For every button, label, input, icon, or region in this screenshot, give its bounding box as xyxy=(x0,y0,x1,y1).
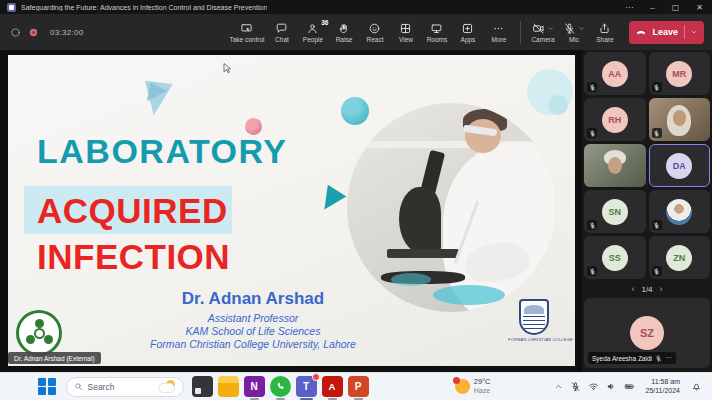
toolbar-button-label: Camera xyxy=(531,36,554,43)
mute-chip xyxy=(652,266,662,276)
share-label: Share xyxy=(596,36,613,43)
notification-bell-icon[interactable] xyxy=(691,381,702,392)
presenter-department: KAM School of Life Sciences xyxy=(63,325,443,338)
slide-title-laboratory: LABORATORY xyxy=(37,132,287,171)
mic-off-icon xyxy=(589,130,596,137)
toolbar-mic-button[interactable]: Mic xyxy=(558,15,589,49)
wifi-icon[interactable] xyxy=(588,381,599,392)
people-icon xyxy=(306,22,319,35)
leave-divider xyxy=(684,25,685,39)
toolbar-people-button[interactable]: 36People xyxy=(297,15,328,49)
mute-chip xyxy=(652,128,662,138)
window-minimize-button[interactable]: – xyxy=(650,3,654,12)
recording-indicator-icon xyxy=(28,27,39,38)
toolbar-chat-button[interactable]: Chat xyxy=(266,15,297,49)
participant-tile-rh[interactable]: RH xyxy=(584,98,646,141)
participant-tile-video-hijab[interactable] xyxy=(649,98,711,141)
weather-condition: Haze xyxy=(474,387,491,395)
page-next-icon[interactable]: › xyxy=(660,284,663,294)
participant-tile-video-elder[interactable] xyxy=(584,144,646,187)
start-button[interactable] xyxy=(38,378,56,396)
mute-chip xyxy=(587,128,597,138)
mute-chip xyxy=(652,220,662,230)
taskbar-app-teams[interactable] xyxy=(296,376,317,397)
toolbar-more-button[interactable]: More xyxy=(483,15,514,49)
phone-icon xyxy=(275,381,286,392)
clock[interactable]: 11:58 am 25/11/2024 xyxy=(645,378,680,396)
tray-mic-muted-icon[interactable] xyxy=(570,381,581,392)
toolbar-rooms-button[interactable]: Rooms xyxy=(421,15,452,49)
window-more-button[interactable]: ⋯ xyxy=(625,3,633,12)
react-smiley-icon xyxy=(368,22,381,35)
taskbar-app-onenote[interactable] xyxy=(244,376,265,397)
avatar: AA xyxy=(602,61,628,87)
taskbar-app-whatsapp[interactable] xyxy=(270,376,291,397)
toolbar-raise-button[interactable]: Raise xyxy=(328,15,359,49)
toolbar-button-label: React xyxy=(366,36,383,43)
raise-hand-icon xyxy=(337,22,350,35)
toolbar-button-label: View xyxy=(399,36,413,43)
weather-widget[interactable]: 29°C Haze xyxy=(455,378,491,395)
toolbar-button-label: Take control xyxy=(229,36,264,43)
toolbar-view-button[interactable]: View xyxy=(390,15,421,49)
toolbar-button-label: Rooms xyxy=(427,36,448,43)
chat-icon xyxy=(275,22,288,35)
toolbar-react-button[interactable]: React xyxy=(359,15,390,49)
participant-tile-photo-hijab[interactable] xyxy=(649,190,711,233)
biohazard-society-logo xyxy=(16,310,62,356)
share-button[interactable]: Share xyxy=(589,15,620,49)
toolbar-buttons: Take controlChat36PeopleRaiseReactViewRo… xyxy=(227,15,514,49)
participant-tile-sn[interactable]: SN xyxy=(584,190,646,233)
taskbar-search[interactable]: Search xyxy=(66,377,184,397)
toolbar-camera-button[interactable]: Camera xyxy=(527,15,558,49)
search-label: Search xyxy=(88,382,115,392)
teal-sphere-decoration xyxy=(341,97,369,125)
participant-tile-aa[interactable]: AA xyxy=(584,52,646,95)
taskbar-app-explorer[interactable] xyxy=(218,376,239,397)
mute-chip xyxy=(587,82,597,92)
speaker-icon[interactable] xyxy=(606,381,617,392)
avatar: ZN xyxy=(666,245,692,271)
participant-tile-spotlight[interactable]: SZ Syeda Areesha Zaidi ⋯ xyxy=(584,298,710,368)
chev-down-icon xyxy=(547,25,554,32)
leave-label: Leave xyxy=(652,27,678,37)
leave-options-chevron-icon[interactable] xyxy=(690,28,698,36)
mic-off-icon xyxy=(589,84,596,91)
toolbar-apps-button[interactable]: Apps xyxy=(452,15,483,49)
toolbar-button-label: Chat xyxy=(275,36,289,43)
participants-sidebar: AAMRRHDASNSSZN ‹ 1/4 › SZ Syeda Areesha … xyxy=(582,50,712,372)
battery-icon[interactable] xyxy=(624,381,635,392)
window-close-button[interactable]: ✕ xyxy=(696,3,703,12)
people-count-badge: 36 xyxy=(321,19,328,26)
mic-off-icon xyxy=(589,222,596,229)
page-previous-icon[interactable]: ‹ xyxy=(631,284,634,294)
participant-more-icon[interactable]: ⋯ xyxy=(665,354,673,362)
date: 25/11/2024 xyxy=(645,387,680,396)
avatar: DA xyxy=(666,153,692,179)
avatar: SS xyxy=(602,245,628,271)
participant-grid: AAMRRHDASNSSZN xyxy=(584,52,710,279)
mute-chip xyxy=(587,220,597,230)
avatar: SN xyxy=(602,199,628,225)
presenter-name: Dr. Adnan Arshad xyxy=(63,289,443,309)
presenter-name-chip: Dr. Adnan Arshad (External) xyxy=(8,352,101,364)
avatar: MR xyxy=(666,61,692,87)
meeting-timer: 03:32:00 xyxy=(50,28,84,37)
tray-overflow-chevron-icon[interactable] xyxy=(554,382,563,391)
taskbar-app-ppt[interactable] xyxy=(348,376,369,397)
view-grid-icon xyxy=(399,22,412,35)
participant-tile-ss[interactable]: SS xyxy=(584,236,646,279)
toolbar-take-control-button[interactable]: Take control xyxy=(227,15,266,49)
phone-down-icon xyxy=(635,26,647,38)
mic-off-icon xyxy=(653,268,660,275)
participant-tile-mr[interactable]: MR xyxy=(649,52,711,95)
participant-tile-zn[interactable]: ZN xyxy=(649,236,711,279)
window-maximize-button[interactable]: ▢ xyxy=(672,3,680,12)
participant-tile-da[interactable]: DA xyxy=(649,144,711,187)
window-titlebar: Safeguarding the Future: Advances in Inf… xyxy=(0,0,712,14)
taskbar-app-acrobat[interactable] xyxy=(322,376,343,397)
avatar xyxy=(666,199,692,225)
toolbar-button-label: People xyxy=(303,36,323,43)
taskbar-app-darkapp[interactable] xyxy=(192,376,213,397)
leave-button[interactable]: Leave xyxy=(629,21,704,44)
